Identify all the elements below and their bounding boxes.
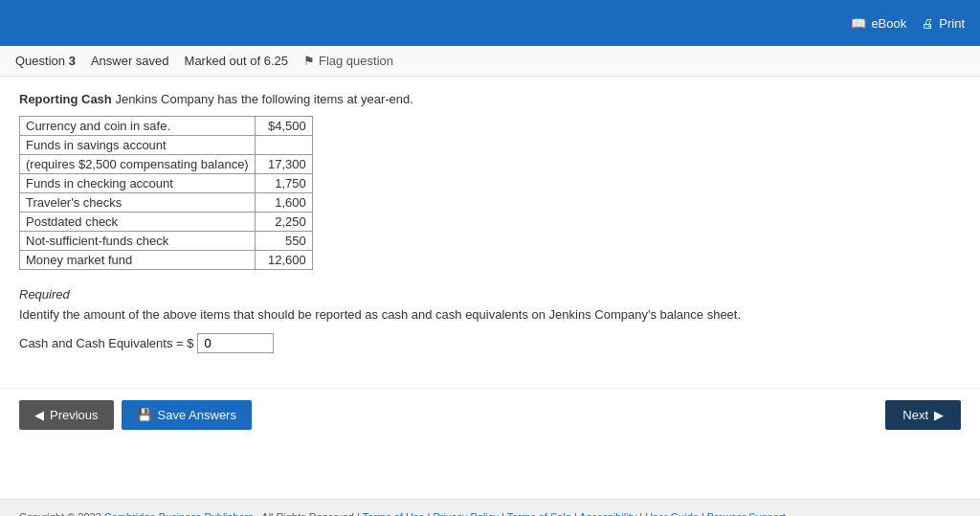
footer-links: Terms of Use | Privacy Policy | Terms of… [363, 511, 786, 516]
row-label: Postdated check [20, 213, 256, 232]
row-label: Funds in checking account [20, 174, 256, 193]
row-value: $4,500 [255, 117, 312, 136]
row-value: 1,750 [255, 174, 312, 193]
content-area: Reporting Cash Jenkins Company has the f… [0, 77, 861, 388]
row-value: 17,300 [255, 155, 312, 174]
identify-text: Identify the amount of the above items t… [19, 307, 842, 322]
question-label: Question 3 [15, 54, 76, 68]
next-button[interactable]: Next ▶ [885, 400, 961, 430]
ebook-button[interactable]: 📖 eBook [851, 16, 906, 31]
row-value [255, 136, 312, 155]
answer-row: Cash and Cash Equivalents = $ [19, 333, 842, 353]
table-row: Funds in savings account [20, 136, 313, 155]
table-row: (requires $2,500 compensating balance)17… [20, 155, 313, 174]
table-row: Not-sufficient-funds check550 [20, 232, 313, 251]
terms-use-link[interactable]: Terms of Use [363, 511, 425, 516]
table-row: Traveler's checks1,600 [20, 193, 313, 213]
row-label: Money market fund [20, 251, 256, 270]
table-row: Currency and coin in safe.$4,500 [20, 117, 313, 136]
nav-left: ◀ Previous 💾 Save Answers [19, 400, 252, 430]
print-icon: 🖨 [922, 16, 934, 31]
row-label: Currency and coin in safe. [20, 117, 256, 136]
row-value: 550 [255, 232, 312, 251]
row-label: Not-sufficient-funds check [20, 232, 256, 251]
question-number: 3 [69, 54, 76, 68]
answer-status: Answer saved [91, 54, 169, 68]
save-answers-button[interactable]: 💾 Save Answers [122, 400, 252, 430]
accessibility-link[interactable]: Accessibility [579, 511, 636, 516]
table-row: Funds in checking account1,750 [20, 174, 313, 193]
row-label: Traveler's checks [20, 193, 256, 213]
nav-bar: ◀ Previous 💾 Save Answers Next ▶ [0, 388, 980, 441]
row-label: Funds in savings account [20, 136, 256, 155]
header: 📖 eBook 🖨 Print [0, 0, 980, 46]
answer-prefix: Cash and Cash Equivalents = $ [19, 336, 193, 350]
flag-icon: ⚑ [303, 54, 315, 68]
table-row: Money market fund12,600 [20, 251, 313, 270]
items-table: Currency and coin in safe.$4,500Funds in… [19, 116, 313, 270]
terms-sale-link[interactable]: Terms of Sale [507, 511, 571, 516]
required-label: Required [19, 287, 842, 302]
prev-button[interactable]: ◀ Previous [19, 400, 114, 430]
footer: Copyright © 2023 Cambridge Business Publ… [0, 499, 980, 516]
question-title: Reporting Cash Jenkins Company has the f… [19, 92, 842, 106]
prev-icon: ◀ [34, 408, 44, 422]
row-label: (requires $2,500 compensating balance) [20, 155, 256, 174]
user-guide-link[interactable]: User Guide [645, 511, 699, 516]
save-icon: 💾 [137, 408, 152, 422]
table-row: Postdated check2,250 [20, 213, 313, 232]
cash-equivalents-input[interactable] [197, 333, 274, 353]
meta-bar: Question 3 Answer saved Marked out of 6.… [0, 46, 980, 77]
browser-support-link[interactable]: Browser Support [707, 511, 786, 516]
publisher-link[interactable]: Cambridge Business Publishers [104, 511, 254, 516]
privacy-link[interactable]: Privacy Policy [433, 511, 498, 516]
row-value: 1,600 [255, 193, 312, 213]
print-button[interactable]: 🖨 Print [922, 16, 965, 31]
flag-question-button[interactable]: ⚑ Flag question [303, 54, 393, 68]
next-icon: ▶ [934, 408, 944, 422]
row-value: 12,600 [255, 251, 312, 270]
ebook-icon: 📖 [851, 16, 866, 31]
marked-out-of: Marked out of 6.25 [185, 54, 288, 68]
row-value: 2,250 [255, 213, 312, 232]
